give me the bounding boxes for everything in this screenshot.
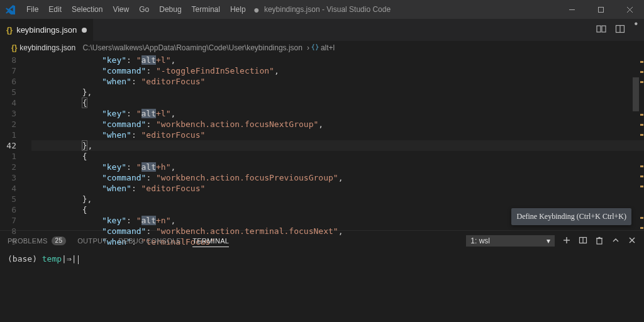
overview-ruler[interactable] [639, 55, 644, 230]
breadcrumb-filename: keybindings.json [19, 43, 75, 52]
menu-edit[interactable]: Edit [43, 0, 67, 19]
chevron-down-icon: ▾ [547, 236, 550, 245]
code-line[interactable]: "key": "alt+l", [31, 55, 644, 65]
close-panel-icon[interactable] [628, 236, 636, 246]
menu-view[interactable]: View [108, 0, 134, 19]
code-line[interactable]: "when": "editorFocus" [31, 130, 644, 140]
json-file-icon: {} [6, 25, 13, 35]
compare-changes-icon[interactable] [596, 24, 606, 36]
json-file-icon: {} [11, 43, 17, 52]
menu-go[interactable]: Go [134, 0, 154, 19]
svg-rect-4 [597, 26, 601, 32]
maximize-button[interactable] [586, 0, 615, 19]
code-line[interactable]: "command": "workbench.action.focusPrevio… [31, 172, 644, 183]
code-line[interactable]: "key": "alt+l", [31, 108, 644, 119]
terminal-cursor [78, 255, 79, 264]
split-editor-icon[interactable] [615, 24, 625, 36]
breadcrumb[interactable]: {} keybindings.json C:\Users\walkews\App… [0, 41, 644, 55]
code-line[interactable]: { [31, 151, 644, 162]
panel-tab-debug-console[interactable]: Debug Console [118, 237, 181, 245]
editor[interactable]: 8765432142123456789 "key": "alt+l", "com… [0, 55, 644, 230]
prompt-env: (base) [8, 254, 42, 264]
terminal-selector[interactable]: 1: wsl ▾ [466, 235, 555, 247]
svg-rect-1 [598, 7, 603, 12]
minimize-button[interactable] [557, 0, 586, 19]
vscode-logo-icon [0, 0, 21, 19]
line-gutter: 8765432142123456789 [0, 55, 20, 230]
code-line[interactable]: }, [31, 194, 644, 204]
menu-file[interactable]: File [21, 0, 43, 19]
svg-rect-12 [597, 238, 602, 244]
menu-bar: FileEditSelectionViewGoDebugTerminalHelp [21, 0, 251, 19]
split-terminal-icon[interactable] [579, 236, 587, 246]
menu-help[interactable]: Help [225, 0, 251, 19]
editor-tabs: {} keybindings.json • [0, 19, 644, 41]
editor-scrollbar[interactable] [633, 55, 639, 230]
tab-keybindings[interactable]: {} keybindings.json [0, 19, 94, 41]
code-line[interactable]: "when": "editorFocus" [31, 183, 644, 194]
kill-terminal-icon[interactable] [595, 236, 604, 246]
new-terminal-icon[interactable] [562, 236, 571, 246]
panel-tab-problems[interactable]: Problems 25 [8, 236, 66, 245]
tab-dirty-icon [82, 28, 87, 33]
menu-selection[interactable]: Selection [67, 0, 108, 19]
code-line[interactable]: "key": "alt+h", [31, 162, 644, 172]
menu-terminal[interactable]: Terminal [187, 0, 225, 19]
code-line[interactable]: { [31, 97, 644, 108]
code-line[interactable]: "command": "workbench.action.focusNextGr… [31, 119, 644, 130]
panel-tabs: Problems 25 Output Debug Console Termina… [0, 231, 644, 250]
breadcrumb-shortcut: alt+l [321, 43, 335, 52]
svg-rect-5 [602, 26, 606, 32]
scrollbar-thumb[interactable] [633, 77, 639, 111]
code-line[interactable]: "command": "-toggleFindInSelection", [31, 65, 644, 76]
define-keybinding-tooltip: Define Keybinding (Ctrl+K Ctrl+K) [511, 208, 631, 225]
terminal-view[interactable]: (base) temp|⇒| [0, 250, 644, 322]
menu-debug[interactable]: Debug [154, 0, 186, 19]
problems-count-badge: 25 [52, 236, 67, 245]
dirty-dot-icon: ● [253, 4, 260, 15]
close-button[interactable] [615, 0, 644, 19]
maximize-panel-icon[interactable] [611, 236, 620, 246]
prompt-dir: temp [42, 254, 62, 264]
fold-column [20, 55, 31, 230]
bottom-panel: Problems 25 Output Debug Console Termina… [0, 230, 644, 322]
breadcrumb-path: C:\Users\walkews\AppData\Roaming\Code\Us… [82, 43, 303, 52]
panel-tab-output[interactable]: Output [77, 237, 107, 245]
window-controls [557, 0, 644, 19]
code-line[interactable]: "when": "editorFocus" [31, 76, 644, 87]
code-line[interactable]: }, [31, 87, 644, 97]
braces-icon [311, 43, 319, 53]
more-actions-icon[interactable]: • [634, 24, 638, 36]
prompt-tail: |⇒| [62, 254, 76, 264]
chevron-right-icon: › [307, 43, 309, 52]
titlebar: FileEditSelectionViewGoDebugTerminalHelp… [0, 0, 644, 19]
tab-label: keybindings.json [16, 25, 77, 35]
code-area[interactable]: "key": "alt+l", "command": "-toggleFindI… [31, 55, 644, 230]
panel-tab-terminal[interactable]: Terminal [192, 237, 229, 247]
